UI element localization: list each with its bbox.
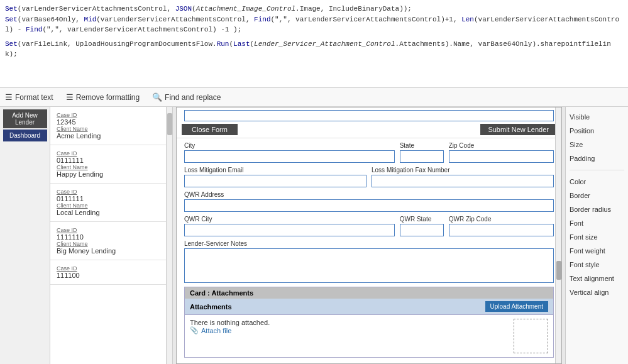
qwr-state-group: QWR State	[400, 216, 444, 236]
format-text-icon: ☰	[5, 92, 13, 102]
remove-formatting-icon: ☰	[66, 92, 74, 102]
notes-group: Lender-Servicer Notes	[184, 240, 554, 283]
loss-fax-group: Loss Mitigation Fax Number	[372, 167, 554, 187]
client-name-value: Happy Lending	[57, 170, 160, 178]
qwr-address-label: QWR Address	[184, 191, 554, 198]
add-new-lender-button[interactable]: Add New Lender	[3, 109, 47, 128]
right-panel-text-alignment: Text alignment	[570, 273, 624, 284]
dashboard-button[interactable]: Dashboard	[3, 130, 47, 141]
client-name-value: Big Money Lending	[57, 247, 160, 255]
card-attachments-title: Card : Attachments	[185, 287, 553, 299]
case-id-label: Case ID	[57, 227, 160, 233]
case-item[interactable]: Case ID 0111111 Client Name Local Lendin…	[50, 184, 166, 222]
loss-fax-input[interactable]	[372, 175, 554, 187]
qwr-address-row: QWR Address	[184, 191, 554, 212]
remove-formatting-button[interactable]: ☰ Remove formatting	[66, 92, 140, 102]
zip-label: Zip Code	[449, 142, 554, 149]
toolbar: ☰ Format text ☰ Remove formatting 🔍 Find…	[0, 88, 628, 107]
qwr-state-input[interactable]	[400, 224, 444, 236]
loss-mitigation-row: Loss Mitigation Email Loss Mitigation Fa…	[184, 167, 554, 187]
city-group: City	[184, 142, 395, 163]
right-panel-border-radius: Border radius	[570, 204, 624, 214]
attachments-header: Attachments Upload Attachment	[185, 299, 553, 315]
cases-list: Case ID 12345 Client Name Acme Lending C…	[50, 107, 167, 364]
form-scrollbar-thumb	[556, 261, 561, 280]
right-panel-vertical-align: Vertical align	[570, 287, 624, 297]
case-id-label: Case ID	[57, 189, 160, 195]
client-name-value: Local Lending	[57, 209, 160, 216]
state-label: State	[400, 142, 444, 149]
submit-lender-button[interactable]: Submit New Lender	[480, 124, 556, 135]
right-panel-font-style: Font style	[570, 260, 624, 270]
code-editor: Set(varLenderServicerAttachmentsControl,…	[0, 0, 628, 88]
find-replace-icon: 🔍	[152, 92, 162, 102]
case-item[interactable]: Case ID 12345 Client Name Acme Lending	[50, 107, 166, 145]
state-group: State	[400, 142, 444, 163]
attachments-row: There is nothing attached. 📎 Attach file	[190, 319, 548, 353]
city-input[interactable]	[184, 150, 395, 163]
qwr-state-label: QWR State	[400, 216, 444, 223]
right-panel: Visible Position Size Padding Color Bord…	[565, 107, 628, 364]
attach-file-label: Attach file	[201, 327, 231, 334]
main-content: Add New Lender Dashboard Case ID 12345 C…	[0, 107, 628, 364]
format-text-button[interactable]: ☰ Format text	[5, 92, 53, 102]
right-panel-font: Font	[570, 218, 624, 228]
attachments-card: Card : Attachments Attachments Upload At…	[184, 287, 554, 358]
form-inner: Close Form Submit New Lender City State	[176, 107, 562, 364]
close-form-button[interactable]: Close Form	[182, 124, 238, 135]
state-input[interactable]	[400, 150, 444, 163]
right-panel-font-size: Font size	[570, 232, 624, 242]
qwr-address-group: QWR Address	[184, 191, 554, 212]
case-item[interactable]: Case ID 1111110 Client Name Big Money Le…	[50, 222, 166, 260]
code-line-1: Set(varLenderServicerAttachmentsControl,…	[5, 4, 623, 14]
attach-file-link[interactable]: 📎 Attach file	[190, 326, 509, 334]
attachments-section-title: Attachments	[190, 303, 232, 311]
right-panel-position: Position	[570, 126, 624, 136]
form-scrollbar[interactable]	[555, 108, 561, 363]
qwr-city-state-zip-row: QWR City QWR State QWR Zip Code	[184, 216, 554, 236]
qwr-city-input[interactable]	[184, 224, 395, 236]
case-id-label: Case ID	[57, 265, 160, 272]
case-id-value: 1111110	[57, 233, 160, 241]
attachment-box	[514, 319, 548, 353]
case-id-value: 0111111	[57, 195, 160, 202]
qwr-address-input[interactable]	[184, 199, 554, 212]
form-content: City State Zip Code	[177, 138, 561, 361]
notes-textarea[interactable]	[184, 248, 554, 283]
right-panel-visible: Visible	[570, 112, 624, 122]
client-name-label: Client Name	[57, 126, 160, 132]
qwr-zip-input[interactable]	[449, 224, 554, 236]
remove-formatting-label: Remove formatting	[76, 93, 140, 102]
city-state-zip-row: City State Zip Code	[184, 142, 554, 163]
form-area: Close Form Submit New Lender City State	[173, 107, 565, 364]
right-panel-size: Size	[570, 140, 624, 150]
loss-email-label: Loss Mitigation Email	[184, 167, 366, 174]
case-id-value: 111100	[57, 272, 160, 279]
no-attachment-text: There is nothing attached.	[190, 319, 509, 326]
right-panel-divider	[570, 170, 624, 170]
top-field-input[interactable]	[184, 110, 554, 121]
cases-scrollbar[interactable]	[167, 107, 173, 364]
find-replace-button[interactable]: 🔍 Find and replace	[152, 92, 221, 102]
top-input-row	[177, 108, 561, 121]
code-line-2: Set(varBase64Only, Mid(varLenderServicer…	[5, 14, 623, 35]
city-label: City	[184, 142, 395, 149]
case-id-label: Case ID	[57, 150, 160, 157]
attachments-left: There is nothing attached. 📎 Attach file	[190, 319, 509, 334]
paperclip-icon: 📎	[190, 326, 199, 334]
upload-attachment-button[interactable]: Upload Attachment	[485, 301, 549, 312]
notes-row: Lender-Servicer Notes	[184, 240, 554, 283]
qwr-zip-label: QWR Zip Code	[449, 216, 554, 223]
right-panel-color: Color	[570, 177, 624, 187]
case-id-value: 12345	[57, 118, 160, 126]
loss-fax-label: Loss Mitigation Fax Number	[372, 167, 554, 174]
case-item[interactable]: Case ID 0111111 Client Name Happy Lendin…	[50, 145, 166, 184]
case-item[interactable]: Case ID 111100	[50, 260, 166, 285]
notes-label: Lender-Servicer Notes	[184, 240, 554, 247]
case-id-label: Case ID	[57, 112, 160, 118]
form-header: Close Form Submit New Lender	[177, 121, 561, 138]
loss-email-input[interactable]	[184, 175, 366, 187]
zip-input[interactable]	[449, 150, 554, 163]
case-id-value: 0111111	[57, 157, 160, 164]
cases-scrollbar-thumb	[167, 113, 172, 135]
